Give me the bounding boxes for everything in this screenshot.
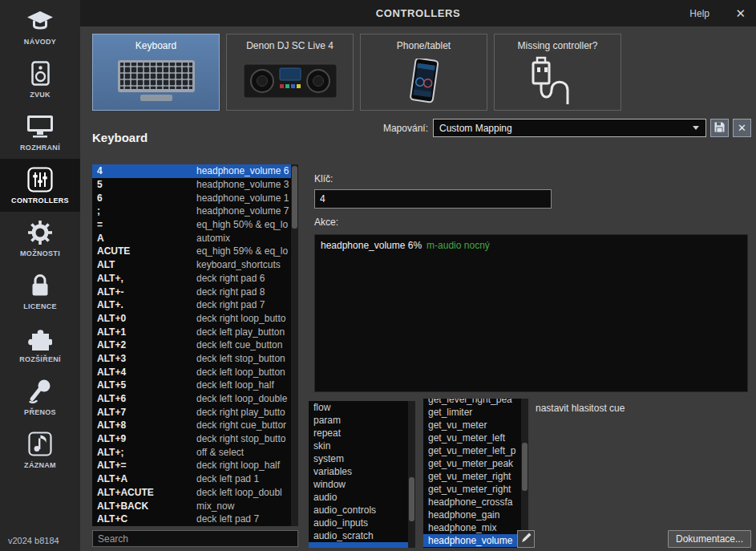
action-row[interactable]: get_vu_meter_left_p (423, 444, 522, 457)
category-row[interactable]: audio_controls (309, 504, 409, 517)
key-mapping-row[interactable]: 5 headphone_volume 3 (92, 178, 291, 192)
category-row[interactable]: variables (309, 465, 409, 478)
key-mapping-row[interactable]: 6 headphone_volume 1 (92, 191, 291, 205)
key-mapping-row[interactable]: ALT+C deck left pad 7 (92, 513, 291, 526)
scrollbar-thumb[interactable] (292, 166, 297, 229)
category-row[interactable]: window (309, 478, 409, 491)
category-row[interactable]: system (309, 452, 409, 465)
action-name: headphone_mix (428, 522, 496, 533)
category-label: audio_controls (313, 504, 376, 516)
category-row[interactable]: param (309, 414, 409, 427)
tab-label: Phone/tablet (397, 40, 451, 51)
key-mapping-row[interactable]: ALT+, deck right pad 6 (92, 272, 291, 286)
sidebar-item-licence[interactable]: LICENCE (0, 265, 80, 318)
key-mapping-row[interactable]: = eq_high 50% & eq_lo (92, 218, 291, 232)
delete-mapping-button[interactable]: ✕ (733, 119, 751, 137)
action-row[interactable]: headphone_gain (423, 508, 522, 521)
key-mapping-row[interactable]: ACUTE eq_high 59% & eq_lo (92, 245, 291, 258)
key-mapping-row[interactable]: ALT+3 deck left stop_button (92, 352, 291, 366)
key-mapping-row[interactable]: ALT+BACK mix_now (92, 499, 291, 513)
key-mapping-row[interactable]: ALT+ACUTE deck left loop_doubl (92, 486, 291, 500)
category-row[interactable]: skin (309, 440, 409, 452)
key-mapping-row[interactable]: ALT+; off & select (92, 445, 291, 459)
action-row[interactable]: get_vu_meter_right (423, 470, 522, 483)
mapping-dropdown[interactable]: Custom Mapping (433, 119, 706, 137)
key-mapping-row[interactable]: ALT+. deck right pad 7 (92, 298, 291, 312)
key-action: deck right pad 6 (196, 273, 291, 284)
key-mapping-row[interactable]: ALT+0 deck right loop_butto (92, 312, 291, 326)
action-row[interactable]: get_vu_meter_right (423, 483, 522, 496)
action-row[interactable]: get_vu_meter_peak (423, 457, 522, 470)
category-row[interactable]: audio_inputs (309, 517, 409, 529)
denon-controller-image (243, 51, 338, 110)
key-name: ALT+- (97, 286, 196, 298)
action-editor[interactable]: headphone_volume 6%m-audio nocný (314, 234, 748, 392)
category-row[interactable]: flow (309, 401, 409, 414)
action-row[interactable]: get_level_right_pea (423, 399, 522, 406)
key-mapping-row[interactable]: ALT+6 deck left loop_double (92, 392, 291, 406)
action-name: get_vu_meter_left_p (428, 445, 515, 456)
category-row[interactable]: repeat (309, 427, 409, 440)
tab-phone-tablet[interactable]: Phone/tablet (360, 34, 487, 111)
key-field[interactable] (314, 189, 552, 209)
key-list-scrollbar[interactable] (291, 164, 298, 526)
action-row[interactable]: get_vu_meter_left (423, 431, 522, 444)
puzzle-piece-icon (28, 326, 52, 351)
key-mapping-row[interactable]: ; headphone_volume 7 (92, 205, 291, 218)
category-list-scrollbar[interactable] (408, 401, 415, 548)
action-list-scrollbar[interactable] (521, 399, 528, 548)
help-link[interactable]: Help (689, 8, 710, 19)
floppy-disk-icon (714, 122, 725, 135)
sidebar-item-moznosti[interactable]: MOŽNOSTI (0, 212, 80, 265)
sidebar-item-label: MOŽNOSTI (20, 249, 60, 257)
key-action: deck left loop_doubl (196, 487, 291, 498)
sidebar-item-rozsireni[interactable]: ROZŠÍŘENÍ (0, 318, 80, 371)
search-input[interactable] (93, 532, 297, 547)
tab-keyboard[interactable]: Keyboard (92, 34, 220, 111)
key-mapping-row[interactable]: ALT+1 deck left play_button (92, 325, 291, 338)
key-name: ALT+3 (97, 353, 196, 364)
key-mapping-row[interactable]: ALT+7 deck right play_butto (92, 405, 291, 419)
category-row[interactable] (309, 542, 409, 548)
sidebar-item-prenos[interactable]: PŘENOS (0, 371, 80, 423)
action-name: get_vu_meter_left (428, 432, 505, 444)
scrollbar-thumb[interactable] (409, 477, 414, 521)
sidebar-item-zaznam[interactable]: ZÁZNAM (0, 423, 80, 476)
key-mapping-row[interactable]: A automix (92, 231, 291, 245)
action-row[interactable]: get_limiter (423, 406, 522, 419)
close-icon[interactable]: ✕ (735, 6, 746, 21)
sidebar-item-zvuk[interactable]: ZVUK (0, 53, 80, 106)
sidebar-item-label: ROZHRANÍ (20, 144, 60, 152)
sidebar-item-navody[interactable]: NÁVODY (0, 0, 80, 53)
key-mapping-row[interactable]: ALT+- deck right pad 8 (92, 285, 291, 298)
key-mapping-row[interactable]: ALT+2 deck left cue_button (92, 338, 291, 352)
key-name: = (97, 219, 196, 230)
sidebar-item-controllers[interactable]: CONTROLLERS (0, 159, 80, 212)
sidebar-item-rozhrani[interactable]: ROZHRANÍ (0, 106, 80, 159)
action-row[interactable]: headphone_crossfa (423, 496, 522, 508)
category-row[interactable]: audio (309, 491, 409, 504)
key-mapping-row[interactable]: ALT+9 deck right stop_butto (92, 432, 291, 446)
key-mapping-row[interactable]: ALT+5 deck left loop_half (92, 379, 291, 392)
scrollbar-thumb[interactable] (522, 443, 528, 491)
key-mapping-row[interactable]: ALT+A deck left pad 1 (92, 472, 291, 486)
action-row[interactable]: headphone_mix (423, 521, 522, 534)
key-name: ALT+8 (97, 419, 196, 431)
documentation-button[interactable]: Dokumentace... (668, 530, 751, 548)
action-name: get_vu_meter_peak (428, 458, 513, 469)
category-row[interactable]: audio_scratch (309, 529, 409, 542)
tab-denon-dj-sc-live-4[interactable]: Denon DJ SC Live 4 (226, 34, 354, 111)
tab-missing-controller[interactable]: Missing controller? (494, 34, 621, 111)
action-row[interactable]: headphone_volume (423, 534, 522, 547)
edit-action-button[interactable] (517, 530, 535, 548)
key-mapping-row[interactable]: ALT keyboard_shortcuts (92, 258, 291, 272)
action-row[interactable]: get_vu_meter (423, 419, 522, 431)
close-icon: ✕ (738, 122, 746, 134)
save-mapping-button[interactable] (710, 119, 729, 137)
key-mapping-row[interactable]: ALT+= deck right loop_half (92, 459, 291, 472)
chevron-down-icon (693, 126, 699, 130)
key-mapping-row[interactable]: ALT+8 deck right cue_buttor (92, 419, 291, 432)
key-mapping-row[interactable]: ALT+4 deck left loop_button (92, 365, 291, 379)
key-mapping-row[interactable]: 4 headphone_volume 6 (92, 164, 291, 178)
sidebar-item-label: LICENCE (23, 302, 57, 310)
